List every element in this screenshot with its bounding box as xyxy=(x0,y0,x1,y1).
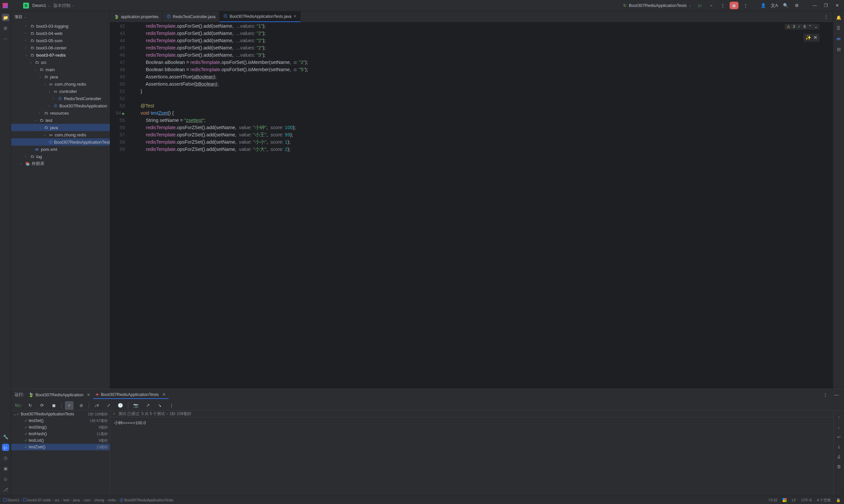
test-item[interactable]: ✓testZset()13毫秒 xyxy=(11,444,110,450)
lock-icon[interactable]: 🔒 xyxy=(836,498,841,502)
tree-row[interactable]: mpom.xml xyxy=(11,146,110,153)
test-item[interactable]: ✓testHash()11毫秒 xyxy=(11,431,110,437)
minimize-button[interactable]: — xyxy=(810,1,819,10)
code-line[interactable]: String setName = "zsettest"; xyxy=(130,116,833,124)
history-button[interactable]: 🕐 xyxy=(116,401,125,410)
breadcrumb-segment[interactable]: Ⓒ Boot307RedisApplicationTests xyxy=(120,498,173,503)
import-button[interactable]: 📷 xyxy=(132,401,140,410)
breadcrumb-segment[interactable]: zhong xyxy=(94,498,104,502)
main-menu-button[interactable] xyxy=(11,1,20,10)
tree-row[interactable]: ⌄▭com.zhong.redis xyxy=(11,131,110,138)
tree-row[interactable]: ›ⒸRedisTestController xyxy=(11,95,110,102)
code-line[interactable] xyxy=(130,95,833,102)
rerun-failed-button[interactable]: ↻ xyxy=(26,401,34,410)
indent[interactable]: 4 个空格 xyxy=(817,498,831,503)
code-line[interactable]: Assertions.assertTrue(aBoolean); xyxy=(130,73,833,80)
services-tool-button[interactable]: ◷ xyxy=(2,454,9,462)
more-actions-button[interactable]: ⋮ xyxy=(741,1,750,10)
scroll-up-icon[interactable]: ↑ xyxy=(836,413,843,421)
maven-button[interactable]: m xyxy=(835,35,842,42)
tree-row[interactable]: ⌄🗀java xyxy=(11,124,110,131)
run-gutter-icon[interactable]: ▶ xyxy=(122,112,125,115)
project-tree[interactable]: ›🗀boot3-03-logging›🗀boot3-04-web›🗀boot3-… xyxy=(11,22,110,389)
breadcrumb-segment[interactable]: redis xyxy=(108,498,116,502)
git-tool-button[interactable]: ⎇ xyxy=(2,486,9,493)
toggle-auto-button[interactable]: ⟳ xyxy=(38,401,46,410)
panel-minimize-button[interactable]: — xyxy=(832,390,841,399)
caret-position[interactable]: 73:32 xyxy=(768,498,777,502)
breadcrumb-segment[interactable]: test xyxy=(63,498,69,502)
code-line[interactable]: } xyxy=(130,88,833,95)
breadcrumb[interactable]: Deom1› boot3-07-redis›src›test›java›com›… xyxy=(3,498,173,503)
search-icon[interactable]: 🔍 xyxy=(781,1,790,10)
test-more-button[interactable]: ⋮ xyxy=(167,401,176,410)
editor-tab[interactable]: ⒸRedisTestController.java xyxy=(163,11,220,22)
code-line[interactable]: void testZset() { xyxy=(130,109,833,116)
test-item[interactable]: ✓testSting()9毫秒 xyxy=(11,424,110,431)
run-tab[interactable]: 🍃Boot307RedisApplication✕ xyxy=(26,391,93,399)
test-tree[interactable]: ⌄ ✓ Boot307RedisApplicationTests 1秒 109毫… xyxy=(11,411,110,496)
code-line[interactable]: redisTemplate.opsForZSet().add(setName, … xyxy=(130,131,833,138)
breadcrumb-segment[interactable]: boot3-07-redis xyxy=(23,498,51,502)
tree-row[interactable]: ⌄🗀src xyxy=(11,59,110,66)
run-tab[interactable]: ⬘Boot307RedisApplicationTests✕ xyxy=(93,391,169,399)
chevron-down-icon[interactable]: ⌄ xyxy=(814,24,817,29)
code-line[interactable]: Boolean bBoolean = redisTemplate.opsForS… xyxy=(130,66,833,73)
close-icon[interactable]: ✕ xyxy=(87,392,90,397)
line-separator[interactable]: LF xyxy=(792,498,796,502)
translate-icon[interactable]: 文A xyxy=(770,1,779,10)
encoding[interactable]: UTF-8 xyxy=(802,498,812,502)
code-with-me-icon[interactable]: 👤 xyxy=(759,1,768,10)
problems-tool-button[interactable]: ⊙ xyxy=(2,475,9,483)
expand-button[interactable]: ⤢ xyxy=(104,401,113,410)
coverage-button[interactable]: ▤ xyxy=(835,46,842,53)
breadcrumb-segment[interactable]: src xyxy=(55,498,60,502)
inspection-widget[interactable]: ⚠3 ✓8 ⌃ ⌄ xyxy=(785,24,820,30)
ai-assist-widget[interactable]: ✨ ✕ xyxy=(804,34,820,42)
vcs-selector[interactable]: 版本控制 ⌄ xyxy=(53,3,74,8)
tree-row[interactable]: ⌄🗀boot3-07-redis xyxy=(11,51,110,59)
show-ignored-button[interactable]: ⊘ xyxy=(77,401,85,410)
tree-row[interactable]: ›📚外部库 xyxy=(11,160,110,167)
tree-row[interactable]: ›🗀boot3-05-ssm xyxy=(11,37,110,44)
tree-row[interactable]: ⌄🗀test xyxy=(11,116,110,124)
tree-row[interactable]: ›ⒸBoot307RedisApplicationTests xyxy=(11,138,110,146)
collapse-button[interactable]: ↘ xyxy=(155,401,164,410)
editor-tab[interactable]: 🍃application.properties xyxy=(110,11,163,22)
code-line[interactable]: @Test xyxy=(130,102,833,109)
tree-row[interactable]: ⌄▭controller xyxy=(11,88,110,95)
close-icon[interactable]: ✕ xyxy=(162,392,166,397)
code-area[interactable]: ⚠3 ✓8 ⌃ ⌄ ✨ ✕ 42434445464748495051525354… xyxy=(110,22,833,389)
run-tool-button[interactable]: ▷ xyxy=(2,444,9,451)
tree-row[interactable]: ›🗀boot3-04-web xyxy=(11,30,110,37)
tree-row[interactable]: ⌄▭com.zhong.redis xyxy=(11,80,110,88)
tree-row[interactable]: ›🗀boot3-03-logging xyxy=(11,22,110,30)
scroll-end-icon[interactable]: ⤓ xyxy=(836,443,843,450)
export-button[interactable]: ↗ xyxy=(143,401,152,410)
close-icon[interactable]: ✕ xyxy=(293,14,296,18)
project-tool-button[interactable]: 📁 xyxy=(2,14,9,21)
settings-icon[interactable]: ⚙ xyxy=(793,1,801,10)
code-line[interactable]: Assertions.assertFalse(bBoolean); xyxy=(130,80,833,88)
tree-row[interactable]: ›ⒸBoot307RedisApplication xyxy=(11,102,110,109)
test-item[interactable]: ✓testSet()1秒 67毫秒 xyxy=(11,417,110,424)
tree-row[interactable]: ›🗀log xyxy=(11,153,110,160)
code-line[interactable]: Boolean aBoolean = redisTemplate.opsForS… xyxy=(130,59,833,66)
code-line[interactable]: redisTemplate.opsForSet().add(setName, .… xyxy=(130,30,833,37)
code-line[interactable]: redisTemplate.opsForSet().add(setName, .… xyxy=(130,44,833,51)
tree-row[interactable]: ⌄🗀main xyxy=(11,66,110,73)
tree-row[interactable]: ⌄🗀java xyxy=(11,73,110,80)
code-line[interactable]: redisTemplate.opsForSet().add(setName, .… xyxy=(130,22,833,30)
test-root[interactable]: ⌄ ✓ Boot307RedisApplicationTests 1秒 109毫… xyxy=(11,411,110,417)
wrench-tool-button[interactable]: 🔧 xyxy=(2,433,9,440)
breadcrumb-segment[interactable]: java xyxy=(73,498,80,502)
more-tool-button[interactable]: ⋯ xyxy=(2,35,9,42)
soft-wrap-icon[interactable]: ↩ xyxy=(836,433,843,440)
code-line[interactable]: redisTemplate.opsForSet().add(setName, .… xyxy=(130,37,833,44)
more-run-button[interactable]: ⋮ xyxy=(718,1,727,10)
tab-more-button[interactable]: ⋮ xyxy=(822,13,830,21)
run-config-selector[interactable]: ↻ Boot307RedisApplicationTests ⌄ xyxy=(621,2,693,8)
editor-tab[interactable]: ⒸBoot307RedisApplicationTests.java✕ xyxy=(220,11,300,22)
panel-more-button[interactable]: ⋮ xyxy=(821,390,829,399)
notifications-button[interactable]: 🔔 xyxy=(835,14,842,21)
